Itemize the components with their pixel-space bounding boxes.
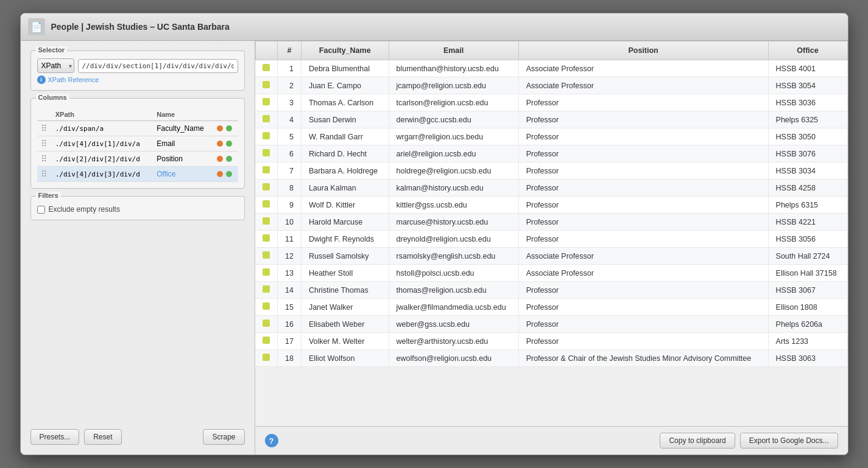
col-name-cell[interactable]: Email bbox=[153, 136, 213, 152]
office-cell: South Hall 2724 bbox=[768, 248, 847, 265]
row-indicator-cell bbox=[255, 299, 278, 316]
row-indicator bbox=[263, 132, 270, 139]
col-name-cell[interactable]: Position bbox=[153, 152, 213, 167]
row-number: 17 bbox=[278, 333, 302, 350]
col-orange-dot[interactable] bbox=[217, 156, 223, 162]
xpath-input[interactable] bbox=[78, 59, 238, 73]
position-cell: Professor bbox=[518, 180, 768, 197]
row-indicator-cell bbox=[255, 282, 278, 299]
copy-clipboard-button[interactable]: Copy to clipboard bbox=[660, 433, 735, 449]
export-google-button[interactable]: Export to Google Docs... bbox=[740, 433, 838, 449]
row-indicator bbox=[263, 302, 270, 310]
faculty-name-cell: Dwight F. Reynolds bbox=[301, 231, 389, 248]
col-action-cell bbox=[213, 167, 238, 182]
scrape-button[interactable]: Scrape bbox=[203, 429, 244, 445]
xpath-ref-row: i XPath Reference bbox=[37, 75, 238, 84]
faculty-name-cell: Susan Derwin bbox=[301, 111, 389, 128]
faculty-name-cell: Richard D. Hecht bbox=[301, 145, 389, 162]
row-indicator bbox=[263, 234, 270, 242]
position-cell: Associate Professor bbox=[518, 77, 768, 94]
email-cell: jcampo@religion.ucsb.edu bbox=[389, 77, 518, 94]
position-cell: Professor bbox=[518, 282, 768, 299]
col-name-cell[interactable]: Faculty_Name bbox=[153, 121, 213, 136]
position-cell: Professor bbox=[518, 231, 768, 248]
columns-table: XPath Name ⠿ ./div/span/a Faculty_Name ⠿ bbox=[37, 108, 238, 182]
column-row[interactable]: ⠿ ./div/span/a Faculty_Name bbox=[37, 121, 238, 136]
email-cell: tcarlson@religion.ucsb.edu bbox=[389, 94, 518, 111]
row-indicator bbox=[263, 337, 270, 344]
table-header-faculty-name: Faculty_Name bbox=[301, 41, 389, 60]
row-indicator bbox=[263, 98, 270, 105]
row-indicator bbox=[263, 217, 270, 225]
col-xpath-cell: ./div/span/a bbox=[52, 121, 153, 136]
col-green-dot[interactable] bbox=[226, 141, 232, 147]
selector-label: Selector bbox=[36, 46, 67, 54]
data-table: #Faculty_NameEmailPositionOffice 1 Debra… bbox=[255, 41, 848, 367]
email-cell: blumenthan@history.ucsb.edu bbox=[389, 60, 518, 77]
position-cell: Professor bbox=[518, 333, 768, 350]
help-button[interactable]: ? bbox=[265, 434, 278, 447]
row-indicator bbox=[263, 81, 270, 88]
reset-button[interactable]: Reset bbox=[84, 429, 121, 445]
col-green-dot[interactable] bbox=[226, 171, 232, 177]
col-name-cell[interactable]: Office bbox=[153, 167, 213, 182]
row-indicator-cell bbox=[255, 180, 278, 197]
office-cell: HSSB 3056 bbox=[768, 231, 847, 248]
column-row[interactable]: ⠿ ./div[4]/div[1]/div/a Email bbox=[37, 136, 238, 152]
column-row[interactable]: ⠿ ./div[2]/div[2]/div/d Position bbox=[37, 152, 238, 167]
content-footer: ? Copy to clipboard Export to Google Doc… bbox=[255, 426, 848, 455]
table-row: 4 Susan Derwin derwin@gcc.ucsb.edu Profe… bbox=[255, 111, 847, 128]
position-cell: Professor bbox=[518, 316, 768, 333]
data-table-container[interactable]: #Faculty_NameEmailPositionOffice 1 Debra… bbox=[255, 41, 848, 426]
faculty-name-cell: Juan E. Campo bbox=[301, 77, 389, 94]
row-indicator bbox=[263, 64, 270, 71]
faculty-name-cell: Russell Samolsky bbox=[301, 248, 389, 265]
faculty-name-cell: Wolf D. Kittler bbox=[301, 197, 389, 214]
table-row: 17 Volker M. Welter welter@arthistory.uc… bbox=[255, 333, 847, 350]
col-orange-dot[interactable] bbox=[217, 141, 223, 147]
row-indicator-cell bbox=[255, 214, 278, 231]
presets-button[interactable]: Presets... bbox=[30, 429, 80, 445]
filters-label: Filters bbox=[36, 192, 61, 199]
row-indicator-cell bbox=[255, 94, 278, 111]
column-row[interactable]: ⠿ ./div[4]/div[3]/div/d Office bbox=[37, 167, 238, 182]
selector-type-select[interactable]: XPath CSS bbox=[37, 58, 74, 73]
row-number: 4 bbox=[278, 111, 302, 128]
faculty-name-cell: Thomas A. Carlson bbox=[301, 94, 389, 111]
office-cell: HSSB 3036 bbox=[768, 94, 847, 111]
selector-type-wrapper: XPath CSS bbox=[37, 58, 74, 73]
row-indicator-cell bbox=[255, 145, 278, 162]
office-cell: Phelps 6206a bbox=[768, 316, 847, 333]
office-cell: HSSB 3054 bbox=[768, 77, 847, 94]
table-row: 11 Dwight F. Reynolds dreynold@religion.… bbox=[255, 231, 847, 248]
col-xpath-cell: ./div[2]/div[2]/div/d bbox=[52, 152, 153, 167]
row-indicator-cell bbox=[255, 162, 278, 180]
office-cell: Ellison 1808 bbox=[768, 299, 847, 316]
main-layout: Selector XPath CSS i XPath Reference bbox=[21, 41, 848, 455]
office-cell: HSSB 3034 bbox=[768, 162, 847, 180]
col-green-dot[interactable] bbox=[226, 125, 232, 131]
exclude-empty-checkbox[interactable] bbox=[37, 206, 45, 214]
email-cell: kittler@gss.ucsb.edu bbox=[389, 197, 518, 214]
col-green-dot[interactable] bbox=[226, 156, 232, 162]
email-cell: jwalker@filmandmedia.ucsb.edu bbox=[389, 299, 518, 316]
col-orange-dot[interactable] bbox=[217, 125, 223, 131]
row-number: 15 bbox=[278, 299, 302, 316]
table-header-0 bbox=[255, 41, 278, 60]
office-cell: HSSB 4001 bbox=[768, 60, 847, 77]
position-cell: Professor bbox=[518, 299, 768, 316]
col-orange-dot[interactable] bbox=[217, 171, 223, 177]
app-window: 📄 People | Jewish Studies – UC Santa Bar… bbox=[20, 13, 849, 455]
email-cell: weber@gss.ucsb.edu bbox=[389, 316, 518, 333]
table-row: 12 Russell Samolsky rsamolsky@english.uc… bbox=[255, 248, 847, 265]
selector-row: XPath CSS bbox=[37, 58, 238, 73]
position-cell: Associate Professor bbox=[518, 60, 768, 77]
email-cell: ewolfson@religion.ucsb.edu bbox=[389, 350, 518, 367]
row-number: 3 bbox=[278, 94, 302, 111]
row-indicator-cell bbox=[255, 197, 278, 214]
row-indicator bbox=[263, 200, 270, 208]
table-row: 8 Laura Kalman kalman@history.ucsb.edu P… bbox=[255, 180, 847, 197]
filters-section: Filters Exclude empty results bbox=[30, 196, 245, 220]
position-cell: Professor bbox=[518, 197, 768, 214]
row-indicator bbox=[263, 354, 270, 361]
